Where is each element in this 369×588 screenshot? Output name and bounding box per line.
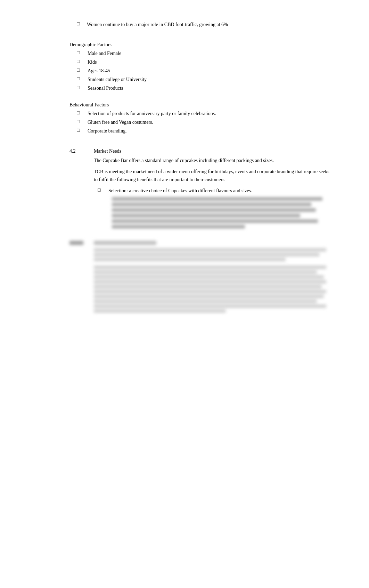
demographic-text-2: Ages 18-45 xyxy=(88,67,110,74)
sub-bullet-text-0: Selection: a creative choice of Cupcakes… xyxy=(108,187,252,194)
blurred-para-4 xyxy=(94,266,326,269)
blurred-para-1 xyxy=(94,248,326,251)
demographic-list: ◻ Male and Female ◻ Kids ◻ Ages 18-45 ◻ … xyxy=(69,50,334,92)
demographic-text-4: Seasonal Products xyxy=(88,84,123,92)
blurred-para-2 xyxy=(94,253,319,256)
page-content: ◻ Women continue to buy a major role in … xyxy=(69,21,334,314)
section-42: 4.2 Market Needs The Cupcake Bar offers … xyxy=(69,148,334,231)
intro-bullet-text: Women continue to buy a major role in CB… xyxy=(87,21,228,28)
blurred-para-10 xyxy=(94,295,324,298)
blurred-para-8 xyxy=(94,285,322,288)
blurred-line-2 xyxy=(112,203,311,206)
behavioural-header: Behavioural Factors xyxy=(69,102,334,108)
behavioural-text-2: Corporate branding. xyxy=(88,127,127,135)
blurred-para-5 xyxy=(94,271,317,274)
demographic-item-1: ◻ Kids xyxy=(76,58,334,66)
blurred-section-num xyxy=(69,241,94,314)
sub-bullet-icon-0: ◻ xyxy=(97,187,105,193)
behavioural-item-0: ◻ Selection of products for anniversary … xyxy=(76,110,334,117)
behavioural-list: ◻ Selection of products for anniversary … xyxy=(69,110,334,135)
blurred-num-bar xyxy=(69,241,83,245)
demographic-item-2: ◻ Ages 18-45 xyxy=(76,67,334,74)
blurred-section-number-row xyxy=(69,241,334,314)
section-number-42: 4.2 xyxy=(69,148,94,231)
blurred-para-6 xyxy=(94,275,324,279)
blurred-section xyxy=(69,241,334,314)
behavioural-item-1: ◻ Gluten free and Vegan costumers. xyxy=(76,119,334,126)
beh-bullet-icon-1: ◻ xyxy=(76,119,84,124)
section-42-body: Market Needs The Cupcake Bar offers a st… xyxy=(94,148,334,231)
blurred-section-content xyxy=(94,241,334,314)
demographic-text-3: Students college or University xyxy=(88,76,147,83)
bullet-icon-2: ◻ xyxy=(76,67,84,73)
beh-bullet-icon-0: ◻ xyxy=(76,110,84,115)
section-42-bullet1: ◻ Selection: a creative choice of Cupcak… xyxy=(94,187,334,194)
behavioural-item-2: ◻ Corporate branding. xyxy=(76,127,334,135)
demographic-item-4: ◻ Seasonal Products xyxy=(76,84,334,92)
demographic-header: Demographic Factors xyxy=(69,42,334,48)
bullet-icon: ◻ xyxy=(76,21,83,28)
behavioural-section: Behavioural Factors ◻ Selection of produ… xyxy=(69,102,334,135)
section-42-para2: TCB is meeting the market need of a wide… xyxy=(94,168,334,184)
blurred-para-12 xyxy=(94,305,326,308)
beh-bullet-icon-2: ◻ xyxy=(76,127,84,133)
blurred-para-9 xyxy=(94,290,326,293)
behavioural-text-1: Gluten free and Vegan costumers. xyxy=(88,119,153,126)
blurred-line-4 xyxy=(112,214,300,217)
demographic-item-0: ◻ Male and Female xyxy=(76,50,334,57)
blurred-content-block xyxy=(94,197,334,228)
demographic-text-0: Male and Female xyxy=(88,50,121,57)
blurred-line-1 xyxy=(112,197,322,201)
bullet-icon-4: ◻ xyxy=(76,84,84,90)
blurred-line-3 xyxy=(112,208,316,212)
blurred-para-7 xyxy=(94,280,326,283)
bullet-icon-0: ◻ xyxy=(76,50,84,55)
section-42-para1: The Cupcake Bar offers a standard range … xyxy=(94,157,334,164)
demographic-text-1: Kids xyxy=(88,58,97,66)
demographic-section: Demographic Factors ◻ Male and Female ◻ … xyxy=(69,42,334,92)
bullet-icon-1: ◻ xyxy=(76,58,84,64)
behavioural-text-0: Selection of products for anniversary pa… xyxy=(88,110,216,117)
blurred-para-11 xyxy=(94,300,317,303)
blurred-para-13 xyxy=(94,309,226,313)
demographic-item-3: ◻ Students college or University xyxy=(76,76,334,83)
blurred-para-3 xyxy=(94,258,286,261)
intro-bullet-women: ◻ Women continue to buy a major role in … xyxy=(69,21,334,28)
blurred-line-6 xyxy=(112,225,245,228)
section-42-title: Market Needs xyxy=(94,148,334,154)
bullet-icon-3: ◻ xyxy=(76,76,84,81)
blurred-title-bar xyxy=(94,241,156,245)
blurred-line-5 xyxy=(112,219,318,223)
